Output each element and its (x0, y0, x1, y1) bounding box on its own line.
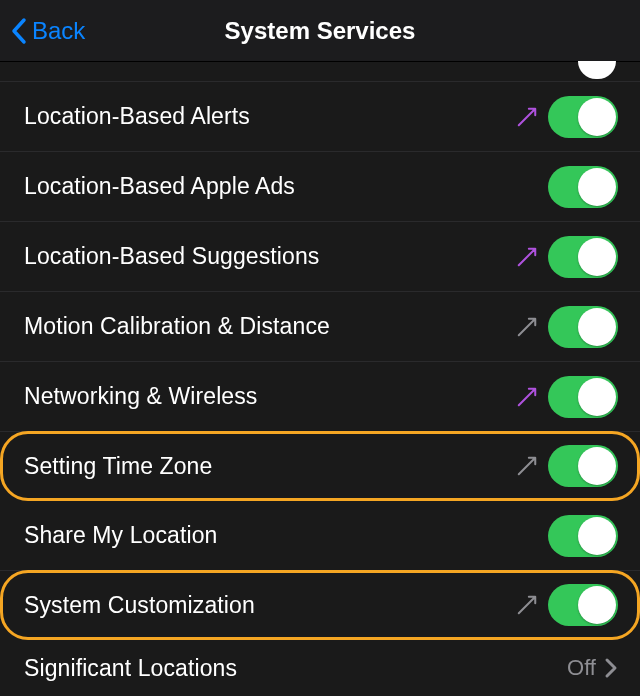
toggle-location-based-suggestions[interactable] (548, 236, 618, 278)
partial-row-above (0, 62, 640, 82)
chevron-right-icon (604, 657, 618, 679)
row-location-based-alerts[interactable]: Location-Based Alerts (0, 82, 640, 152)
toggle-networking-wireless[interactable] (548, 376, 618, 418)
row-label: Significant Locations (24, 655, 567, 682)
back-label: Back (32, 17, 85, 45)
toggle-system-customization[interactable] (548, 584, 618, 626)
toggle-knob (578, 168, 616, 206)
toggle-knob (578, 586, 616, 624)
row-location-based-apple-ads[interactable]: Location-Based Apple Ads (0, 152, 640, 222)
location-arrow-icon (516, 316, 538, 338)
row-networking-wireless[interactable]: Networking & Wireless (0, 362, 640, 432)
row-value: Off (567, 655, 596, 681)
row-label: Location-Based Suggestions (24, 243, 516, 270)
page-title: System Services (0, 17, 640, 45)
row-label: Setting Time Zone (24, 453, 516, 480)
row-location-based-suggestions[interactable]: Location-Based Suggestions (0, 222, 640, 292)
row-system-customization[interactable]: System Customization (0, 570, 640, 640)
toggle-knob (578, 447, 616, 485)
toggle-location-based-apple-ads[interactable] (548, 166, 618, 208)
row-label: Share My Location (24, 522, 548, 549)
chevron-left-icon (10, 17, 28, 45)
toggle-knob-partial (578, 61, 616, 79)
location-arrow-icon (516, 106, 538, 128)
toggle-knob (578, 517, 616, 555)
row-label: Motion Calibration & Distance (24, 313, 516, 340)
back-button[interactable]: Back (0, 17, 85, 45)
location-arrow-icon (516, 246, 538, 268)
nav-header: Back System Services (0, 0, 640, 62)
location-arrow-icon (516, 594, 538, 616)
row-share-my-location[interactable]: Share My Location (0, 501, 640, 571)
location-arrow-icon (516, 455, 538, 477)
toggle-knob (578, 378, 616, 416)
row-label: System Customization (24, 592, 516, 619)
row-motion-calibration-distance[interactable]: Motion Calibration & Distance (0, 292, 640, 362)
row-label: Location-Based Apple Ads (24, 173, 548, 200)
row-label: Location-Based Alerts (24, 103, 516, 130)
toggle-knob (578, 308, 616, 346)
toggle-setting-time-zone[interactable] (548, 445, 618, 487)
toggle-motion-calibration-distance[interactable] (548, 306, 618, 348)
settings-list: Location-Based Alerts Location-Based App… (0, 62, 640, 696)
row-significant-locations[interactable]: Significant Locations Off (0, 640, 640, 696)
row-setting-time-zone[interactable]: Setting Time Zone (0, 431, 640, 501)
toggle-knob (578, 238, 616, 276)
location-arrow-icon (516, 386, 538, 408)
toggle-knob (578, 98, 616, 136)
toggle-location-based-alerts[interactable] (548, 96, 618, 138)
toggle-share-my-location[interactable] (548, 515, 618, 557)
row-label: Networking & Wireless (24, 383, 516, 410)
